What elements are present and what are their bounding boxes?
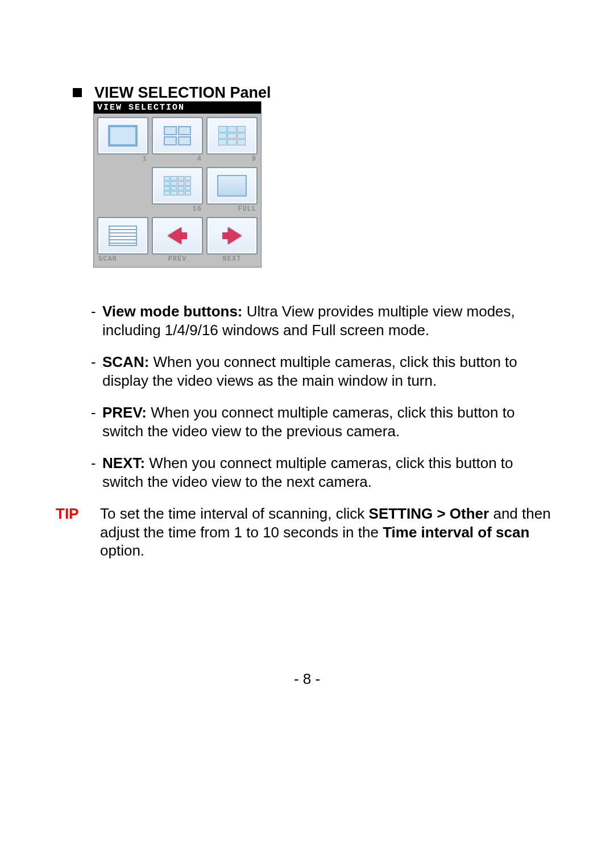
view-9-label: 9: [206, 155, 258, 164]
next-label: NEXT: [206, 254, 258, 264]
view-1-label: 1: [97, 155, 148, 164]
item-lead: SCAN:: [102, 353, 149, 370]
grid-4-icon: [164, 126, 191, 145]
view-1-button[interactable]: 1: [97, 117, 148, 164]
tip-label: TIP: [56, 504, 100, 560]
dash-bullet: -: [91, 403, 102, 440]
item-text: When you connect multiple cameras, click…: [102, 454, 513, 490]
fullscreen-icon: [217, 175, 247, 197]
view-selection-panel: VIEW SELECTION 1 4 9 16 FU: [93, 101, 262, 268]
heading-text: VIEW SELECTION Panel: [94, 84, 271, 101]
body-text: - View mode buttons: Ultra View provides…: [91, 302, 557, 560]
grid-9-icon: [218, 126, 246, 145]
item-lead: NEXT:: [102, 454, 145, 471]
item-lead: PREV:: [102, 404, 147, 421]
view-4-button[interactable]: 4: [152, 117, 203, 164]
panel-button-grid: 1 4 9 16 FULL SCAN: [94, 114, 261, 267]
view-9-button[interactable]: 9: [206, 117, 258, 164]
scan-label: SCAN: [97, 254, 148, 264]
arrow-left-icon: [168, 227, 187, 244]
tip-text: To set the time interval of scanning, cl…: [100, 504, 557, 560]
dash-bullet: -: [91, 302, 102, 339]
prev-button[interactable]: PREV: [152, 217, 203, 264]
item-lead: View mode buttons:: [102, 303, 243, 320]
grid-16-icon: [164, 176, 191, 195]
scan-button[interactable]: SCAN: [97, 217, 148, 264]
panel-title: VIEW SELECTION: [94, 102, 261, 114]
list-item: - PREV: When you connect multiple camera…: [91, 403, 557, 440]
tip-row: TIP To set the time interval of scanning…: [91, 504, 557, 560]
document-page: VIEW SELECTION Panel VIEW SELECTION 1 4 …: [0, 0, 614, 868]
grid-1-icon: [108, 125, 138, 147]
arrow-right-icon: [222, 227, 242, 244]
view-full-button[interactable]: FULL: [206, 167, 258, 214]
list-item: - SCAN: When you connect multiple camera…: [91, 353, 557, 390]
dash-bullet: -: [91, 353, 102, 390]
view-full-label: FULL: [206, 205, 258, 214]
view-4-label: 4: [152, 155, 203, 164]
item-text: When you connect multiple cameras, click…: [102, 404, 515, 440]
list-item: - NEXT: When you connect multiple camera…: [91, 454, 557, 491]
list-item: - View mode buttons: Ultra View provides…: [91, 302, 557, 339]
dash-bullet: -: [91, 454, 102, 491]
item-text: When you connect multiple cameras, click…: [102, 353, 517, 389]
view-16-button[interactable]: 16: [152, 167, 203, 214]
scan-icon: [109, 226, 137, 246]
square-bullet-icon: [73, 88, 82, 97]
section-heading: VIEW SELECTION Panel: [73, 84, 271, 102]
page-number: - 8 -: [0, 670, 614, 688]
view-16-label: 16: [152, 205, 203, 214]
next-button[interactable]: NEXT: [206, 217, 258, 264]
prev-label: PREV: [152, 254, 203, 264]
